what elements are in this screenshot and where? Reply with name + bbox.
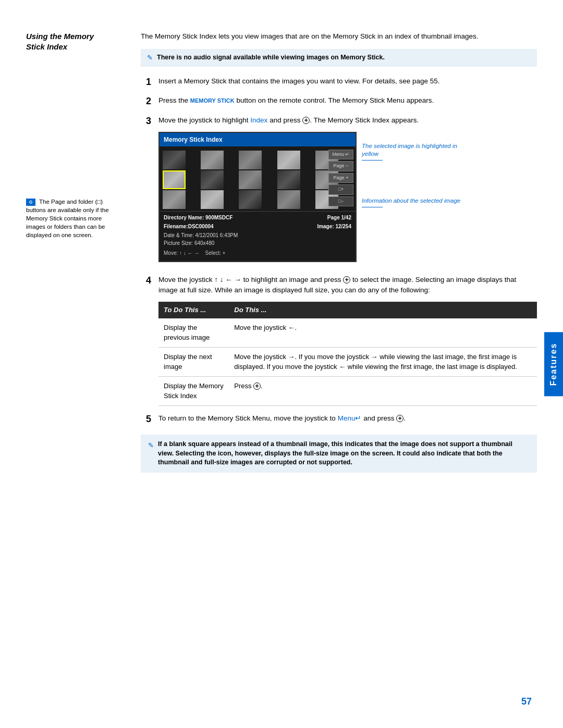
thumb-8 bbox=[239, 170, 262, 189]
table-row-1-col2: Move the joystick ←. bbox=[229, 318, 537, 348]
step-4-content: Move the joystick ↑ ↓ ← → to highlight a… bbox=[158, 275, 537, 406]
enter-symbol-table: + bbox=[253, 382, 261, 390]
ms-annotations: The selected image is highlighted in yel… bbox=[362, 142, 461, 207]
menu-return-highlight: Menu↵ bbox=[338, 414, 362, 422]
steps-list: 1 Insert a Memory Stick that contains th… bbox=[141, 76, 537, 425]
thumb-7 bbox=[201, 170, 224, 189]
memory-stick-highlight: MEMORY STICK bbox=[190, 97, 235, 104]
thumb-9 bbox=[277, 170, 300, 189]
enter-symbol-4: + bbox=[343, 276, 350, 283]
enter-symbol-5: + bbox=[396, 415, 403, 422]
ms-side-buttons: Menu ↵ Page − Page + □+ □− bbox=[326, 147, 356, 209]
page-number: 57 bbox=[521, 696, 532, 707]
intro-text: The Memory Stick Index lets you view ima… bbox=[141, 31, 537, 42]
step-2: 2 Press the MEMORY STICK button on the r… bbox=[141, 95, 537, 107]
title-line2: Stick Index bbox=[26, 42, 67, 51]
table-header-col2: Do This ... bbox=[229, 302, 537, 318]
section-title: Using the Memory Stick Index bbox=[26, 31, 120, 52]
step-5-number: 5 bbox=[141, 413, 151, 425]
menu-btn[interactable]: Menu ↵ bbox=[328, 150, 353, 160]
table-row-2-col2: Move the joystick →. If you move the joy… bbox=[229, 347, 537, 376]
table-header-col1: To Do This ... bbox=[158, 302, 229, 318]
table-row-1: Display the previous image Move the joys… bbox=[158, 318, 537, 348]
step-1-content: Insert a Memory Stick that contains the … bbox=[158, 76, 537, 87]
step-3: 3 Move the joystick to highlight Index a… bbox=[141, 115, 537, 267]
note-icon-2: ✎ bbox=[148, 440, 154, 451]
index-highlight: Index bbox=[250, 116, 267, 124]
page-minus-btn[interactable]: Page − bbox=[328, 161, 353, 171]
folder-plus-btn[interactable]: □+ bbox=[328, 184, 353, 195]
table-row-2: Display the next image Move the joystick… bbox=[158, 347, 537, 376]
thumb-14 bbox=[277, 190, 300, 209]
features-tab: Features bbox=[544, 332, 563, 396]
thumb-3 bbox=[239, 151, 262, 169]
enter-button-symbol: + bbox=[302, 117, 310, 124]
step4-table: To Do This ... Do This ... Display the p… bbox=[158, 302, 537, 406]
step-3-number: 3 bbox=[141, 115, 151, 127]
step-2-content: Press the MEMORY STICK button on the rem… bbox=[158, 95, 537, 106]
step-1-number: 1 bbox=[141, 76, 151, 88]
note-box-1-text: There is no audio signal available while… bbox=[157, 53, 385, 63]
tab-label: Features bbox=[549, 342, 558, 386]
table-row-2-col1: Display the next image bbox=[158, 347, 229, 376]
note-box-2-text: If a blank square appears instead of a t… bbox=[158, 440, 530, 467]
thumb-11 bbox=[163, 190, 186, 209]
page-container: Features Using the Memory Stick Index ⚙ … bbox=[0, 0, 563, 728]
note-box-2: ✎ If a blank square appears instead of a… bbox=[141, 435, 537, 473]
table-row-3-col1: Display the Memory Stick Index bbox=[158, 376, 229, 405]
ms-index-header: Memory Stick Index bbox=[160, 133, 356, 146]
page-plus-btn[interactable]: Page + bbox=[328, 173, 353, 183]
step-4-number: 4 bbox=[141, 275, 151, 287]
title-line1: Using the Memory bbox=[26, 32, 94, 41]
folder-minus-btn[interactable]: □− bbox=[328, 196, 353, 207]
annotation-info: Information about the selected image bbox=[362, 197, 461, 207]
table-row-3: Display the Memory Stick Index Press +. bbox=[158, 376, 537, 405]
main-content: The Memory Stick Index lets you view ima… bbox=[130, 31, 537, 473]
thumb-12 bbox=[201, 190, 224, 209]
main-layout: Using the Memory Stick Index ⚙ The Page … bbox=[0, 31, 563, 473]
thumb-6-selected bbox=[163, 170, 186, 189]
step-5-content: To return to the Memory Stick Menu, move… bbox=[158, 413, 537, 424]
note-box-1: ✎ There is no audio signal available whi… bbox=[141, 49, 537, 67]
table-row-3-col2: Press +. bbox=[229, 376, 537, 405]
sidebar-note: ⚙ The Page and folder (□) buttons are av… bbox=[26, 198, 120, 239]
step-5: 5 To return to the Memory Stick Menu, mo… bbox=[141, 413, 537, 425]
thumb-4 bbox=[277, 151, 300, 169]
step-4: 4 Move the joystick ↑ ↓ ← → to highlight… bbox=[141, 275, 537, 406]
step-2-number: 2 bbox=[141, 95, 151, 107]
step-1: 1 Insert a Memory Stick that contains th… bbox=[141, 76, 537, 88]
thumb-1 bbox=[163, 151, 186, 169]
note-icon-1: ✎ bbox=[147, 54, 153, 61]
thumb-13 bbox=[239, 190, 262, 209]
thumb-2 bbox=[201, 151, 224, 169]
annotation-yellow: The selected image is highlighted in yel… bbox=[362, 142, 461, 161]
table-row-1-col1: Display the previous image bbox=[158, 318, 229, 348]
sidebar-note-text: The Page and folder (□) buttons are avai… bbox=[26, 199, 109, 238]
ms-index-box: Memory Stick Index bbox=[158, 132, 357, 262]
step-3-content: Move the joystick to highlight Index and… bbox=[158, 115, 537, 267]
ms-info-section: Directory Name: 900MSDCF Page 1/42 Filen… bbox=[160, 211, 356, 257]
left-sidebar: Using the Memory Stick Index ⚙ The Page … bbox=[26, 31, 130, 473]
sidebar-note-icon: ⚙ bbox=[26, 199, 35, 206]
